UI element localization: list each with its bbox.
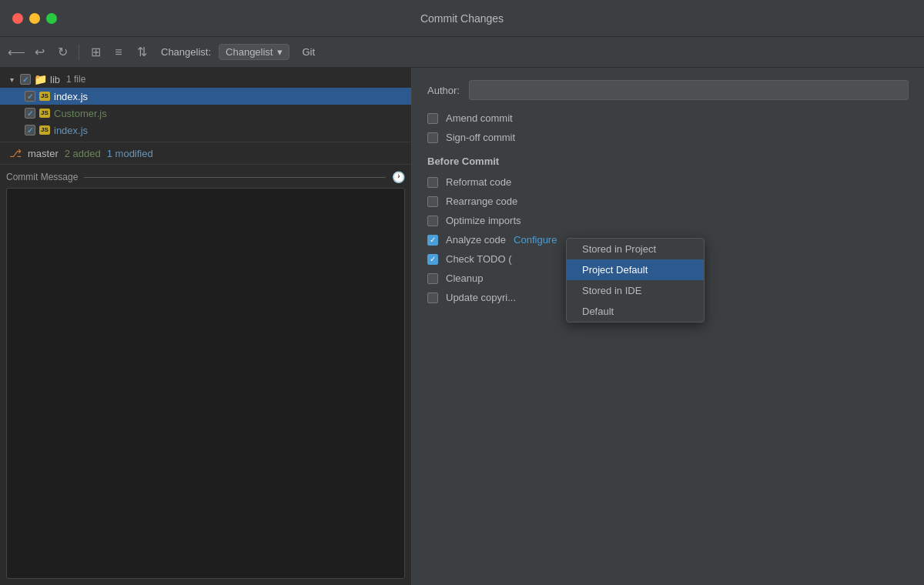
js-file-icon-0: JS [38,90,51,102]
git-label: Git [302,46,315,58]
optimize-imports-checkbox[interactable] [427,216,438,226]
window-title: Commit Changes [420,12,504,25]
file-checkbox-1[interactable] [25,108,35,119]
reformat-code-checkbox[interactable] [427,177,438,188]
cleanup-checkbox[interactable] [427,273,438,284]
close-button[interactable] [12,13,23,24]
commit-message-section: Commit Message 🕐 [0,165,411,585]
list-item[interactable]: JS index.js [0,122,411,139]
amend-commit-row: Amend commit [427,112,909,124]
sort-icon[interactable]: ⇅ [132,42,152,62]
author-label: Author: [427,85,460,96]
dropdown-stored-in-project[interactable]: Stored in Project [567,239,704,259]
refresh-icon[interactable]: ↻ [52,42,72,62]
right-panel: Author: Amend commit Sign-off commit Bef… [412,68,924,585]
before-commit-header: Before Commit [427,155,909,167]
changelist-label: Changelist: [161,46,211,58]
file-name-2: index.js [54,125,88,136]
expand-icon[interactable]: ⟵ [6,42,26,62]
list-item[interactable]: JS Customer.js [0,105,411,122]
sign-off-label: Sign-off commit [446,132,515,143]
chevron-down-icon: ▾ [277,46,283,58]
analyze-code-label: Analyze code [446,234,506,246]
undo-icon[interactable]: ↩ [29,42,49,62]
dropdown-stored-in-ide[interactable]: Stored in IDE [567,280,704,301]
js-file-icon-1: JS [38,107,51,119]
changelist-dropdown[interactable]: Changelist ▾ [219,44,290,60]
reformat-code-label: Reformat code [446,176,511,188]
commit-message-input[interactable] [6,188,405,579]
author-row: Author: [427,80,909,100]
chevron-icon: ▾ [6,75,17,84]
check-todo-row: Check TODO ( Stored in Project Project D… [427,253,909,265]
toolbar: ⟵ ↩ ↻ ⊞ ≡ ⇅ Changelist: Changelist ▾ Git [0,37,924,68]
folder-checkbox[interactable] [20,74,31,85]
js-file-icon-2: JS [38,124,51,136]
dropdown-default[interactable]: Default [567,301,704,322]
update-copyright-label: Update copyri... [446,292,516,303]
folder-row[interactable]: ▾ 📁 lib 1 file [0,71,411,88]
branch-bar: ⎇ master 2 added 1 modified [0,142,411,165]
commit-message-header: Commit Message 🕐 [6,171,405,183]
left-panel: ▾ 📁 lib 1 file JS index.js JS Customer.j… [0,68,412,585]
reformat-code-row: Reformat code [427,176,909,188]
window-controls [12,13,57,24]
modified-count: 1 modified [107,148,153,159]
file-name-1: Customer.js [54,108,107,119]
cleanup-label: Cleanup [446,272,483,284]
check-todo-checkbox[interactable] [427,254,438,265]
rearrange-code-checkbox[interactable] [427,196,438,207]
configure-link[interactable]: Configure [514,234,557,246]
group-icon[interactable]: ⊞ [85,42,105,62]
filter-icon[interactable]: ≡ [109,42,129,62]
branch-icon: ⎇ [9,147,22,159]
amend-commit-label: Amend commit [446,112,513,124]
minimize-button[interactable] [29,13,40,24]
separator-1 [79,45,79,60]
analyze-code-checkbox[interactable] [427,235,438,246]
sign-off-checkbox[interactable] [427,132,438,143]
file-checkbox-2[interactable] [25,125,35,135]
sign-off-commit-row: Sign-off commit [427,132,909,143]
file-tree: ▾ 📁 lib 1 file JS index.js JS Customer.j… [0,68,411,142]
added-count: 2 added [65,148,101,159]
check-todo-label: Check TODO ( [446,253,511,265]
file-checkbox-0[interactable] [25,91,35,102]
todo-dropdown-popup: Stored in Project Project Default Stored… [566,238,705,323]
optimize-imports-row: Optimize imports [427,215,909,226]
branch-name: master [28,148,59,159]
commit-message-label: Commit Message [6,172,78,182]
amend-commit-checkbox[interactable] [427,113,438,124]
folder-name: lib [50,74,60,85]
folder-icon: 📁 [34,73,47,85]
file-name-0: index.js [54,91,88,102]
maximize-button[interactable] [46,13,57,24]
dropdown-project-default[interactable]: Project Default [567,259,704,280]
rearrange-code-label: Rearrange code [446,196,517,207]
history-icon[interactable]: 🕐 [392,171,405,183]
commit-message-divider [84,177,386,178]
main-layout: ▾ 📁 lib 1 file JS index.js JS Customer.j… [0,68,924,585]
optimize-imports-label: Optimize imports [446,215,521,226]
changelist-value: Changelist [226,46,273,58]
folder-file-count: 1 file [66,74,85,85]
author-input[interactable] [469,80,909,100]
list-item[interactable]: JS index.js [0,88,411,105]
update-copyright-checkbox[interactable] [427,292,438,303]
rearrange-code-row: Rearrange code [427,196,909,207]
title-bar: Commit Changes [0,0,924,37]
